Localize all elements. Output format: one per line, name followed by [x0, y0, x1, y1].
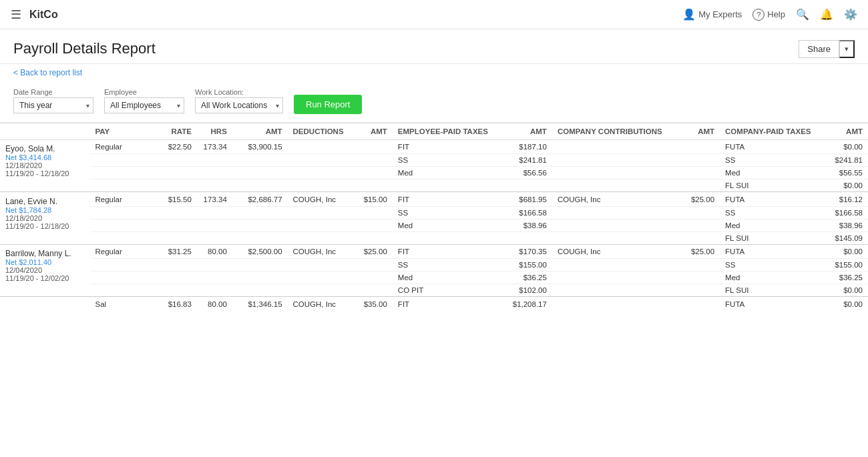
co-tax-type: SS: [720, 154, 819, 167]
back-to-report-list-link[interactable]: < Back to report list: [0, 64, 868, 81]
deduction-name: [288, 272, 351, 284]
pay-type: [90, 179, 159, 192]
pay-rate: [159, 284, 197, 297]
pay-hrs: [197, 272, 232, 284]
pay-amt: [232, 154, 288, 167]
contrib-amt: $25.00: [672, 193, 720, 207]
col-header-rate: RATE: [159, 123, 197, 140]
run-report-button[interactable]: Run Report: [294, 95, 362, 114]
emp-tax-amt: $36.25: [497, 272, 552, 284]
pay-hrs: 173.34: [197, 193, 232, 207]
emp-tax-amt: $166.58: [497, 206, 552, 219]
emp-tax-amt: $102.00: [497, 284, 552, 297]
search-icon[interactable]: 🔍: [796, 8, 809, 21]
emp-tax-type: [393, 232, 497, 244]
settings-gear-icon[interactable]: ⚙️: [844, 8, 857, 21]
deduction-amt: [351, 232, 393, 244]
help-nav[interactable]: ? Help: [752, 9, 785, 21]
emp-tax-amt: [497, 179, 552, 192]
employee-pay-date: 12/04/2020: [5, 266, 85, 274]
co-tax-type: FUTA: [720, 193, 819, 207]
emp-tax-amt: $1,208.17: [497, 298, 552, 311]
deduction-amt: $35.00: [351, 298, 393, 311]
col-header-hrs: HRS: [197, 123, 232, 140]
co-tax-type: FL SUI: [720, 179, 819, 192]
contrib-amt: $25.00: [672, 245, 720, 259]
date-range-select[interactable]: This year: [13, 97, 93, 113]
contrib-name: [552, 284, 672, 297]
emp-tax-type: Med: [393, 272, 497, 284]
table-row: FL SUI $145.09: [0, 232, 868, 244]
work-location-select[interactable]: All Work Locations: [195, 97, 283, 113]
person-icon: 👤: [682, 8, 696, 21]
deduction-name: COUGH, Inc: [288, 298, 351, 311]
table-row: Med $56.56 Med $56.55: [0, 167, 868, 179]
table-header-row: PAY RATE HRS AMT DEDUCTIONS AMT EMPLOYEE…: [0, 123, 868, 140]
pay-type: [90, 272, 159, 284]
deduction-amt: $15.00: [351, 193, 393, 207]
employee-period: 11/19/20 - 12/02/20: [5, 274, 85, 282]
emp-tax-type: CO PIT: [393, 284, 497, 297]
pay-amt: $2,686.77: [232, 193, 288, 207]
table-row: SS $166.58 SS $166.58: [0, 206, 868, 219]
pay-type: Sal: [90, 298, 159, 311]
pay-type: [90, 167, 159, 179]
contrib-name: [552, 206, 672, 219]
employee-name: Eyoo, Sola M.: [5, 144, 85, 153]
emp-tax-amt: $56.56: [497, 167, 552, 179]
share-dropdown-arrow[interactable]: ▾: [839, 40, 855, 58]
pay-hrs: 80.00: [197, 298, 232, 311]
co-tax-amt: $0.00: [820, 140, 869, 154]
pay-amt: $1,346.15: [232, 298, 288, 311]
filters-bar: Date Range This year Employee All Employ…: [0, 81, 868, 123]
pay-rate: [159, 154, 197, 167]
pay-rate: [159, 232, 197, 244]
co-tax-amt: $0.00: [820, 245, 869, 259]
page-header: Payroll Details Report Share ▾: [0, 29, 868, 64]
share-button-group: Share ▾: [799, 40, 855, 58]
emp-tax-amt: $681.95: [497, 193, 552, 207]
employee-pay-date: 12/18/2020: [5, 161, 85, 169]
share-button[interactable]: Share: [799, 40, 839, 58]
deduction-name: [288, 206, 351, 219]
col-header-company-contrib: COMPANY CONTRIBUTIONS: [552, 123, 672, 140]
emp-tax-amt: $38.96: [497, 219, 552, 232]
col-header-employee: [0, 123, 90, 140]
pay-hrs: 173.34: [197, 140, 232, 154]
co-tax-type: SS: [720, 206, 819, 219]
pay-amt: [232, 179, 288, 192]
employee-select[interactable]: All Employees: [104, 97, 184, 113]
deduction-name: [288, 140, 351, 154]
top-navigation: ☰ KitCo 👤 My Experts ? Help 🔍 🔔 ⚙️: [0, 0, 868, 29]
emp-tax-amt: $170.35: [497, 245, 552, 259]
page-title: Payroll Details Report: [13, 40, 156, 57]
col-header-deductions: DEDUCTIONS: [288, 123, 351, 140]
contrib-name: [552, 219, 672, 232]
co-tax-type: Med: [720, 272, 819, 284]
pay-hrs: [197, 284, 232, 297]
co-tax-amt: $36.25: [820, 272, 869, 284]
co-tax-type: FL SUI: [720, 284, 819, 297]
table-row: SS $155.00 SS $155.00: [0, 259, 868, 272]
pay-type: Regular: [90, 140, 159, 154]
pay-type: Regular: [90, 245, 159, 259]
notification-bell-icon[interactable]: 🔔: [820, 8, 833, 21]
pay-type: [90, 232, 159, 244]
emp-tax-type: [393, 179, 497, 192]
my-experts-nav[interactable]: 👤 My Experts: [682, 8, 742, 21]
pay-amt: [232, 232, 288, 244]
co-tax-type: SS: [720, 259, 819, 272]
employee-net: Net $2,011.40: [5, 258, 85, 266]
employee-period: 11/19/20 - 12/18/20: [5, 222, 85, 230]
contrib-name: [552, 179, 672, 192]
report-container: PAY RATE HRS AMT DEDUCTIONS AMT EMPLOYEE…: [0, 123, 868, 311]
co-tax-amt: $56.55: [820, 167, 869, 179]
pay-type: [90, 284, 159, 297]
help-icon: ?: [752, 9, 765, 21]
pay-hrs: [197, 154, 232, 167]
deduction-name: [288, 219, 351, 232]
date-range-filter: Date Range This year: [13, 88, 93, 113]
hamburger-icon[interactable]: ☰: [11, 7, 21, 22]
pay-rate: $16.83: [159, 298, 197, 311]
col-header-tax-amt: AMT: [820, 123, 869, 140]
